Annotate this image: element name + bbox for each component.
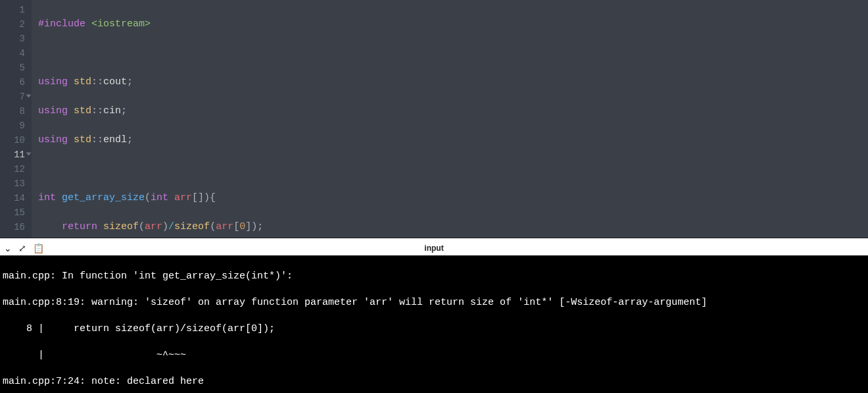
line-number: 7	[4, 90, 25, 104]
line-number: 5	[4, 61, 25, 75]
fold-icon[interactable]	[26, 95, 32, 98]
code-line[interactable]	[38, 162, 868, 176]
code-line[interactable]: using std::cin;	[38, 104, 868, 118]
line-number: 2	[4, 17, 25, 32]
terminal-output[interactable]: main.cpp: In function 'int get_array_siz…	[0, 255, 868, 393]
code-editor[interactable]: 1 2 3 4 5 6 7 8 9 10 11 12 13 14 15 16 #…	[0, 0, 868, 238]
line-number: 4	[4, 46, 25, 61]
line-number: 12	[4, 162, 25, 176]
code-line[interactable]: return sizeof(arr)/sizeof(arr[0]);	[38, 220, 868, 234]
code-line[interactable]: #include <iostream>	[38, 17, 868, 32]
terminal-line: main.cpp:7:24: note: declared here	[3, 375, 865, 388]
line-number: 6	[4, 75, 25, 90]
code-line[interactable]	[38, 46, 868, 61]
line-number: 14	[4, 191, 25, 205]
expand-icon[interactable]: ⤢	[18, 243, 26, 253]
terminal-toolbar: ⌄ ⤢ 📋 input	[0, 241, 868, 255]
chevron-down-icon[interactable]: ⌄	[4, 243, 12, 253]
code-line[interactable]: using std::endl;	[38, 133, 868, 147]
terminal-line: 8 | return sizeof(arr)/sizeof(arr[0]);	[3, 323, 865, 336]
clipboard-icon[interactable]: 📋	[33, 243, 44, 253]
line-number: 16	[4, 220, 25, 234]
line-number: 9	[4, 118, 25, 133]
terminal-line: main.cpp: In function 'int get_array_siz…	[3, 270, 865, 283]
line-number-gutter: 1 2 3 4 5 6 7 8 9 10 11 12 13 14 15 16	[0, 0, 32, 238]
code-line[interactable]: int get_array_size(int arr[]){	[38, 191, 868, 205]
line-number: 13	[4, 176, 25, 191]
line-number: 3	[4, 32, 25, 46]
code-area[interactable]: #include <iostream> using std::cout; usi…	[32, 0, 868, 238]
terminal-title: input	[424, 244, 443, 253]
line-number: 15	[4, 205, 25, 220]
code-line[interactable]: using std::cout;	[38, 75, 868, 90]
terminal-line: main.cpp:8:19: warning: 'sizeof' on arra…	[3, 296, 865, 309]
line-number: 8	[4, 104, 25, 118]
line-number: 1	[4, 3, 25, 17]
line-number: 10	[4, 133, 25, 147]
fold-icon[interactable]	[26, 153, 32, 156]
line-number: 11	[4, 147, 25, 162]
terminal-line: | ~^~~~	[3, 349, 865, 362]
